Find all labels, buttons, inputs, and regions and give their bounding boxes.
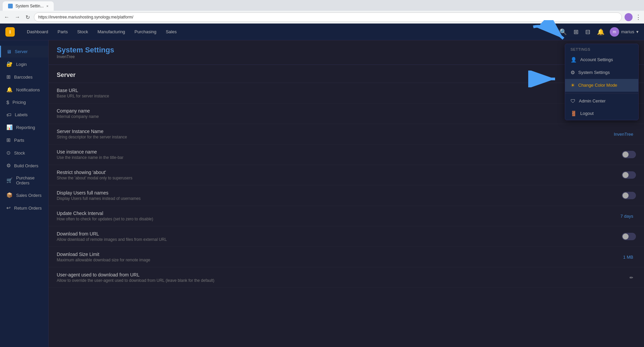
main-area: 🖥 Server 🔐 Login ⊞ Barcodes 🔔 Notificati…: [0, 40, 644, 347]
nav-sales[interactable]: Sales: [162, 27, 181, 36]
address-bar[interactable]: [34, 12, 622, 22]
sidebar-label-return-orders: Return Orders: [14, 206, 42, 211]
page-title-block: System Settings InvenTree: [57, 46, 114, 59]
account-settings-item[interactable]: 👤 Account Settings: [565, 53, 638, 66]
labels-icon: 🏷: [6, 112, 11, 118]
system-settings-label: System Settings: [578, 70, 610, 75]
sidebar-item-parts[interactable]: ⊞ Parts: [0, 134, 48, 146]
setting-value-update-check[interactable]: 7 days: [596, 214, 636, 219]
login-icon: 🔐: [6, 61, 13, 67]
sidebar-item-pricing[interactable]: $ Pricing: [0, 96, 48, 108]
admin-center-item[interactable]: 🛡 Admin Center: [565, 95, 638, 107]
logout-item[interactable]: 🚪 Logout: [565, 107, 638, 120]
setting-label-download-size: Download Size Limit Maximum allowable do…: [57, 252, 596, 262]
setting-base-url: Base URL Base URL for server instance ht…: [49, 83, 644, 103]
account-settings-label: Account Settings: [580, 57, 613, 62]
setting-label-download-url: Download from URL Allow download of remo…: [57, 231, 622, 242]
sidebar-item-barcodes[interactable]: ⊞ Barcodes: [0, 71, 48, 83]
setting-desc-company-name: Internal company name: [57, 114, 596, 119]
sidebar-item-notifications[interactable]: 🔔 Notifications: [0, 84, 48, 96]
top-nav: I Dashboard Parts Stock Manufacturing Pu…: [0, 24, 644, 40]
app: I Dashboard Parts Stock Manufacturing Pu…: [0, 24, 644, 347]
nav-parts[interactable]: Parts: [54, 27, 72, 36]
sidebar-item-sales-orders[interactable]: 📦 Sales Orders: [0, 189, 48, 201]
setting-label-restrict-about: Restrict showing 'about' Show the 'about…: [57, 170, 622, 180]
barcodes-icon: ⊞: [6, 74, 11, 80]
sidebar-item-build-orders[interactable]: ⚙ Build Orders: [0, 160, 48, 172]
sidebar-item-return-orders[interactable]: ↩ Return Orders: [0, 202, 48, 214]
sidebar-item-stock[interactable]: ⊙ Stock: [0, 147, 48, 159]
setting-value-user-agent[interactable]: ✏: [596, 275, 636, 280]
user-avatar: m: [610, 27, 619, 37]
setting-desc-update-check: How often to check for updates (set to z…: [57, 217, 596, 221]
toggle-display-full-names[interactable]: [622, 192, 636, 199]
toggle-use-instance-name[interactable]: [622, 151, 636, 158]
sidebar-item-reporting[interactable]: 📊 Reporting: [0, 121, 48, 133]
setting-download-size: Download Size Limit Maximum allowable do…: [49, 247, 644, 267]
nav-links: Dashboard Parts Stock Manufacturing Purc…: [23, 27, 550, 36]
edit-icon[interactable]: ✏: [630, 275, 633, 280]
pricing-icon: $: [6, 99, 9, 105]
setting-desc-use-instance-name: Use the instance name in the title-bar: [57, 155, 622, 160]
setting-name-base-url: Base URL: [57, 88, 596, 93]
user-name: marius: [621, 29, 634, 34]
nav-purchasing[interactable]: Purchasing: [131, 27, 160, 36]
sidebar-item-labels[interactable]: 🏷 Labels: [0, 109, 48, 121]
setting-label-company-name: Company name Internal company name: [57, 108, 596, 119]
setting-desc-restrict-about: Show the 'about' modal only to superuser…: [57, 176, 622, 180]
color-mode-icon: ☀: [571, 82, 575, 88]
setting-use-instance-name: Use instance name Use the instance name …: [49, 144, 644, 165]
setting-label-base-url: Base URL Base URL for server instance: [57, 88, 596, 98]
grid-button[interactable]: ⊟: [584, 27, 592, 37]
setting-name-use-instance-name: Use instance name: [57, 149, 622, 155]
setting-value-instance-name[interactable]: InvenTree: [596, 132, 636, 137]
notifications-button[interactable]: 🔔: [596, 27, 606, 37]
account-icon: 👤: [571, 57, 577, 63]
sidebar-label-login: Login: [16, 62, 27, 67]
toggle-download-url[interactable]: [622, 233, 636, 240]
sidebar-label-labels: Labels: [15, 112, 28, 117]
nav-stock[interactable]: Stock: [73, 27, 92, 36]
search-button[interactable]: 🔍: [558, 27, 568, 37]
tab-favicon: [8, 4, 13, 8]
refresh-button[interactable]: ↻: [24, 13, 31, 22]
back-button[interactable]: ←: [3, 13, 11, 21]
change-color-mode-item[interactable]: ☀ Change Color Mode: [565, 79, 638, 92]
browser-menu-button[interactable]: ⋮: [635, 13, 641, 21]
tab-close-button[interactable]: ×: [46, 4, 48, 8]
sidebar-label-parts: Parts: [14, 138, 24, 143]
setting-name-restrict-about: Restrict showing 'about': [57, 170, 622, 175]
content-area: System Settings InvenTree User Settings …: [49, 40, 644, 347]
admin-center-label: Admin Center: [579, 98, 605, 103]
change-color-mode-label: Change Color Mode: [578, 83, 617, 88]
user-menu-button[interactable]: m marius ▾: [610, 27, 639, 37]
browser-chrome: System Settin... × ← → ↻ ⋮: [0, 0, 644, 24]
toggle-restrict-about[interactable]: [622, 171, 636, 179]
system-settings-item[interactable]: ⚙ System Settings: [565, 66, 638, 79]
setting-desc-user-agent: Allow to override the user-agent used to…: [57, 278, 596, 283]
nav-dashboard[interactable]: Dashboard: [23, 27, 52, 36]
admin-icon: 🛡: [571, 98, 576, 104]
setting-label-update-check: Update Check Interval How often to check…: [57, 211, 596, 221]
dropdown-divider: [565, 93, 638, 93]
sidebar-item-login[interactable]: 🔐 Login: [0, 58, 48, 70]
setting-name-display-full-names: Display Users full names: [57, 190, 622, 196]
reporting-icon: 📊: [6, 124, 13, 130]
chevron-down-icon: ▾: [636, 29, 639, 34]
setting-name-company-name: Company name: [57, 108, 596, 114]
setting-name-download-url: Download from URL: [57, 231, 622, 236]
sidebar-label-barcodes: Barcodes: [14, 75, 33, 80]
setting-display-full-names: Display Users full names Display Users f…: [49, 185, 644, 206]
browser-tab[interactable]: System Settin... ×: [3, 1, 54, 11]
setting-desc-base-url: Base URL for server instance: [57, 94, 596, 98]
sidebar-item-server[interactable]: 🖥 Server: [0, 46, 48, 57]
barcode-button[interactable]: ⊞: [572, 27, 580, 37]
nav-manufacturing[interactable]: Manufacturing: [93, 27, 129, 36]
sidebar-item-purchase-orders[interactable]: 🛒 Purchase Orders: [0, 172, 48, 188]
forward-button[interactable]: →: [13, 13, 21, 21]
settings-table: Base URL Base URL for server instance ht…: [49, 83, 644, 288]
sidebar-label-reporting: Reporting: [16, 125, 35, 130]
setting-value-download-size[interactable]: 1 MB: [596, 255, 636, 260]
setting-name-user-agent: User-agent used to download from URL: [57, 272, 596, 277]
setting-name-download-size: Download Size Limit: [57, 252, 596, 257]
